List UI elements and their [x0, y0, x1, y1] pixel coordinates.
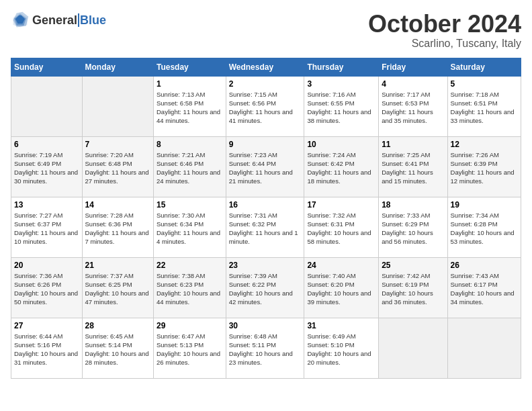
calendar-cell: 16Sunrise: 7:31 AM Sunset: 6:32 PM Dayli…	[226, 197, 304, 257]
day-number: 12	[451, 140, 518, 149]
title-block: October 2024 Scarlino, Tuscany, Italy	[368, 11, 521, 50]
calendar-cell: 30Sunrise: 6:48 AM Sunset: 5:11 PM Dayli…	[226, 318, 304, 378]
day-info: Sunrise: 7:24 AM Sunset: 6:42 PM Dayligh…	[307, 150, 375, 186]
calendar-cell: 7Sunrise: 7:20 AM Sunset: 6:48 PM Daylig…	[82, 136, 153, 197]
calendar-cell: 27Sunrise: 6:44 AM Sunset: 5:16 PM Dayli…	[11, 318, 83, 378]
logo-separator	[78, 13, 79, 27]
header-wednesday: Wednesday	[226, 58, 304, 76]
header-friday: Friday	[379, 58, 447, 76]
day-info: Sunrise: 7:26 AM Sunset: 6:39 PM Dayligh…	[451, 150, 518, 186]
month-title: October 2024	[368, 11, 521, 38]
calendar-cell: 4Sunrise: 7:17 AM Sunset: 6:53 PM Daylig…	[379, 76, 447, 136]
day-number: 15	[157, 200, 223, 210]
calendar-cell: 22Sunrise: 7:38 AM Sunset: 6:23 PM Dayli…	[154, 257, 226, 318]
day-info: Sunrise: 7:28 AM Sunset: 6:36 PM Dayligh…	[85, 211, 150, 246]
day-number: 23	[229, 261, 302, 270]
day-number: 17	[307, 200, 375, 210]
calendar-cell	[447, 318, 521, 378]
day-number: 26	[451, 261, 518, 270]
day-info: Sunrise: 6:49 AM Sunset: 5:10 PM Dayligh…	[307, 332, 375, 367]
calendar-body: 1Sunrise: 7:13 AM Sunset: 6:58 PM Daylig…	[11, 76, 521, 378]
day-number: 19	[451, 200, 518, 210]
calendar-cell: 11Sunrise: 7:25 AM Sunset: 6:41 PM Dayli…	[379, 136, 447, 197]
location-title: Scarlino, Tuscany, Italy	[368, 38, 521, 50]
day-number: 6	[14, 140, 79, 149]
day-number: 7	[85, 140, 150, 149]
logo-icon	[11, 11, 30, 30]
calendar-cell: 24Sunrise: 7:40 AM Sunset: 6:20 PM Dayli…	[304, 257, 379, 318]
day-number: 31	[307, 321, 375, 330]
day-number: 11	[382, 140, 444, 149]
day-number: 24	[307, 261, 375, 270]
day-number: 27	[14, 321, 79, 330]
calendar-cell: 13Sunrise: 7:27 AM Sunset: 6:37 PM Dayli…	[11, 197, 83, 257]
day-number: 14	[85, 200, 150, 210]
logo-text: General Blue	[32, 13, 106, 28]
day-info: Sunrise: 7:32 AM Sunset: 6:31 PM Dayligh…	[307, 211, 375, 246]
day-info: Sunrise: 7:40 AM Sunset: 6:20 PM Dayligh…	[307, 271, 375, 307]
day-number: 13	[14, 200, 79, 210]
calendar-cell: 14Sunrise: 7:28 AM Sunset: 6:36 PM Dayli…	[82, 197, 153, 257]
day-info: Sunrise: 6:48 AM Sunset: 5:11 PM Dayligh…	[229, 332, 302, 367]
calendar-week-4: 27Sunrise: 6:44 AM Sunset: 5:16 PM Dayli…	[11, 318, 521, 378]
day-info: Sunrise: 7:42 AM Sunset: 6:19 PM Dayligh…	[382, 271, 444, 307]
calendar-table: Sunday Monday Tuesday Wednesday Thursday…	[11, 58, 521, 379]
day-number: 4	[382, 79, 444, 89]
day-info: Sunrise: 7:20 AM Sunset: 6:48 PM Dayligh…	[85, 150, 150, 186]
day-info: Sunrise: 6:47 AM Sunset: 5:13 PM Dayligh…	[157, 332, 223, 367]
calendar-cell: 12Sunrise: 7:26 AM Sunset: 6:39 PM Dayli…	[447, 136, 521, 197]
day-info: Sunrise: 7:21 AM Sunset: 6:46 PM Dayligh…	[157, 150, 223, 186]
day-number: 9	[229, 140, 302, 149]
day-info: Sunrise: 7:36 AM Sunset: 6:26 PM Dayligh…	[14, 271, 79, 307]
day-info: Sunrise: 7:30 AM Sunset: 6:34 PM Dayligh…	[157, 211, 223, 246]
calendar-cell: 23Sunrise: 7:39 AM Sunset: 6:22 PM Dayli…	[226, 257, 304, 318]
day-info: Sunrise: 6:44 AM Sunset: 5:16 PM Dayligh…	[14, 332, 79, 367]
day-number: 25	[382, 261, 444, 270]
day-info: Sunrise: 7:17 AM Sunset: 6:53 PM Dayligh…	[382, 90, 444, 126]
calendar-cell: 19Sunrise: 7:34 AM Sunset: 6:28 PM Dayli…	[447, 197, 521, 257]
day-number: 8	[157, 140, 223, 149]
header-monday: Monday	[82, 58, 153, 76]
day-info: Sunrise: 7:25 AM Sunset: 6:41 PM Dayligh…	[382, 150, 444, 186]
calendar-week-3: 20Sunrise: 7:36 AM Sunset: 6:26 PM Dayli…	[11, 257, 521, 318]
calendar-cell: 10Sunrise: 7:24 AM Sunset: 6:42 PM Dayli…	[304, 136, 379, 197]
logo-general: General	[32, 13, 77, 28]
calendar-cell: 2Sunrise: 7:15 AM Sunset: 6:56 PM Daylig…	[226, 76, 304, 136]
calendar-cell: 25Sunrise: 7:42 AM Sunset: 6:19 PM Dayli…	[379, 257, 447, 318]
logo: General Blue	[11, 11, 106, 30]
day-number: 3	[307, 79, 375, 89]
calendar-cell: 28Sunrise: 6:45 AM Sunset: 5:14 PM Dayli…	[82, 318, 153, 378]
day-info: Sunrise: 7:23 AM Sunset: 6:44 PM Dayligh…	[229, 150, 302, 186]
header-saturday: Saturday	[447, 58, 521, 76]
day-info: Sunrise: 7:37 AM Sunset: 6:25 PM Dayligh…	[85, 271, 150, 307]
day-info: Sunrise: 7:18 AM Sunset: 6:51 PM Dayligh…	[451, 90, 518, 126]
calendar-week-1: 6Sunrise: 7:19 AM Sunset: 6:49 PM Daylig…	[11, 136, 521, 197]
day-info: Sunrise: 7:13 AM Sunset: 6:58 PM Dayligh…	[157, 90, 223, 126]
day-info: Sunrise: 7:19 AM Sunset: 6:49 PM Dayligh…	[14, 150, 79, 186]
header-thursday: Thursday	[304, 58, 379, 76]
day-info: Sunrise: 7:15 AM Sunset: 6:56 PM Dayligh…	[229, 90, 302, 126]
day-number: 16	[229, 200, 302, 210]
calendar-cell: 15Sunrise: 7:30 AM Sunset: 6:34 PM Dayli…	[154, 197, 226, 257]
calendar-cell: 1Sunrise: 7:13 AM Sunset: 6:58 PM Daylig…	[154, 76, 226, 136]
day-info: Sunrise: 7:33 AM Sunset: 6:29 PM Dayligh…	[382, 211, 444, 246]
day-number: 10	[307, 140, 375, 149]
day-info: Sunrise: 7:38 AM Sunset: 6:23 PM Dayligh…	[157, 271, 223, 307]
calendar-cell: 3Sunrise: 7:16 AM Sunset: 6:55 PM Daylig…	[304, 76, 379, 136]
day-info: Sunrise: 7:34 AM Sunset: 6:28 PM Dayligh…	[451, 211, 518, 246]
calendar-cell: 26Sunrise: 7:43 AM Sunset: 6:17 PM Dayli…	[447, 257, 521, 318]
calendar-cell: 29Sunrise: 6:47 AM Sunset: 5:13 PM Dayli…	[154, 318, 226, 378]
day-info: Sunrise: 7:31 AM Sunset: 6:32 PM Dayligh…	[229, 211, 302, 246]
calendar-cell: 5Sunrise: 7:18 AM Sunset: 6:51 PM Daylig…	[447, 76, 521, 136]
calendar-cell: 20Sunrise: 7:36 AM Sunset: 6:26 PM Dayli…	[11, 257, 83, 318]
calendar-cell	[11, 76, 83, 136]
day-number: 20	[14, 261, 79, 270]
day-info: Sunrise: 7:43 AM Sunset: 6:17 PM Dayligh…	[451, 271, 518, 307]
header-tuesday: Tuesday	[154, 58, 226, 76]
page-header: General Blue October 2024 Scarlino, Tusc…	[11, 11, 521, 50]
day-info: Sunrise: 6:45 AM Sunset: 5:14 PM Dayligh…	[85, 332, 150, 367]
day-number: 30	[229, 321, 302, 330]
calendar-week-2: 13Sunrise: 7:27 AM Sunset: 6:37 PM Dayli…	[11, 197, 521, 257]
day-info: Sunrise: 7:16 AM Sunset: 6:55 PM Dayligh…	[307, 90, 375, 126]
calendar-cell	[82, 76, 153, 136]
